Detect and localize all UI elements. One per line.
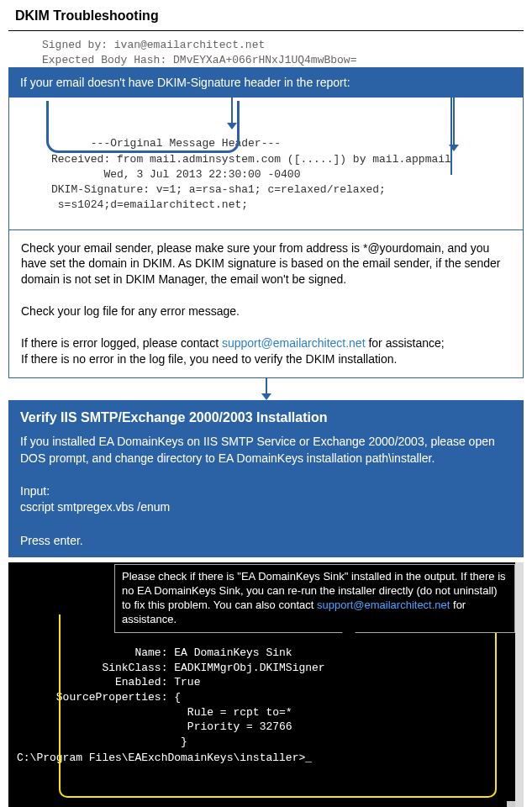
console-container: Please check if there is "EA DomainKeys …: [8, 562, 524, 807]
header-code-container: ---Original Message Header--- Received: …: [8, 98, 524, 230]
banner-no-dkim-header: If your email doesn't have DKIM-Signatur…: [8, 67, 524, 98]
verify-input-label: Input:: [20, 483, 512, 500]
scrollbar-down-icon[interactable]: [507, 801, 515, 807]
code-text: ---Original Message Header--- Received: …: [51, 137, 451, 211]
verify-input-cmd: cscript smtpregex.vbs /enum: [20, 499, 512, 516]
text: for assistance;: [366, 336, 445, 350]
tooltip-support-link[interactable]: support@emailarchitect.net: [317, 599, 450, 611]
console-prompt: C:\Program Files\EAExchDomainKeys\instal…: [17, 751, 507, 766]
verify-installation-box: Verify IIS SMTP/Exchange 2000/2003 Insta…: [8, 400, 524, 558]
check-text-4: If there is no error in the log file, yo…: [21, 351, 511, 367]
text: If there is error logged, please contact: [21, 336, 222, 350]
verify-heading: Verify IIS SMTP/Exchange 2000/2003 Insta…: [20, 409, 512, 427]
check-text-2: Check your log file for any error messag…: [21, 303, 511, 319]
check-sender-box: Check your email sender, please make sur…: [8, 229, 524, 378]
verify-text-1: If you installed EA DomainKeys on IIS SM…: [20, 434, 512, 467]
flow-arrow-down: [8, 378, 524, 400]
message-header-code: ---Original Message Header--- Received: …: [9, 101, 523, 230]
verify-press-enter: Press enter.: [20, 533, 512, 550]
page-title: DKIM Troubleshooting: [0, 0, 532, 30]
check-text-1: Check your email sender, please make sur…: [21, 240, 511, 288]
console-body-text: Name: EA DomainKeys Sink SinkClass: EADK…: [17, 646, 325, 747]
tooltip-tail-icon: [342, 632, 356, 641]
console-tooltip: Please check if there is "EA DomainKeys …: [114, 564, 515, 633]
check-text-3: If there is error logged, please contact…: [21, 335, 511, 351]
support-email-link[interactable]: support@emailarchitect.net: [222, 336, 366, 350]
